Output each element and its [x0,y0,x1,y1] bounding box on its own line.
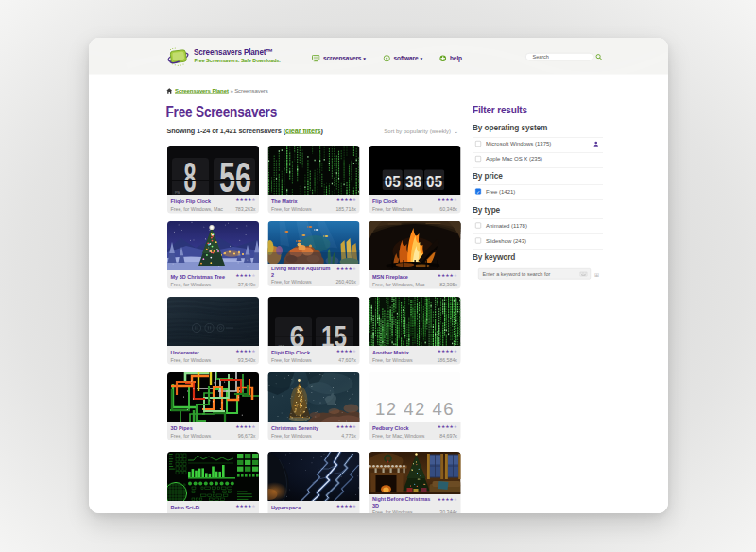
svg-text:15: 15 [321,320,347,347]
svg-text:05: 05 [426,173,442,191]
svg-text:38: 38 [405,173,421,191]
svg-text:6: 6 [290,320,305,347]
svg-text:PM: PM [175,191,180,195]
svg-text:8: 8 [184,154,197,195]
svg-text:05: 05 [385,173,401,191]
svg-text:56: 56 [219,154,251,195]
svg-text:12 42 46: 12 42 46 [375,399,455,419]
